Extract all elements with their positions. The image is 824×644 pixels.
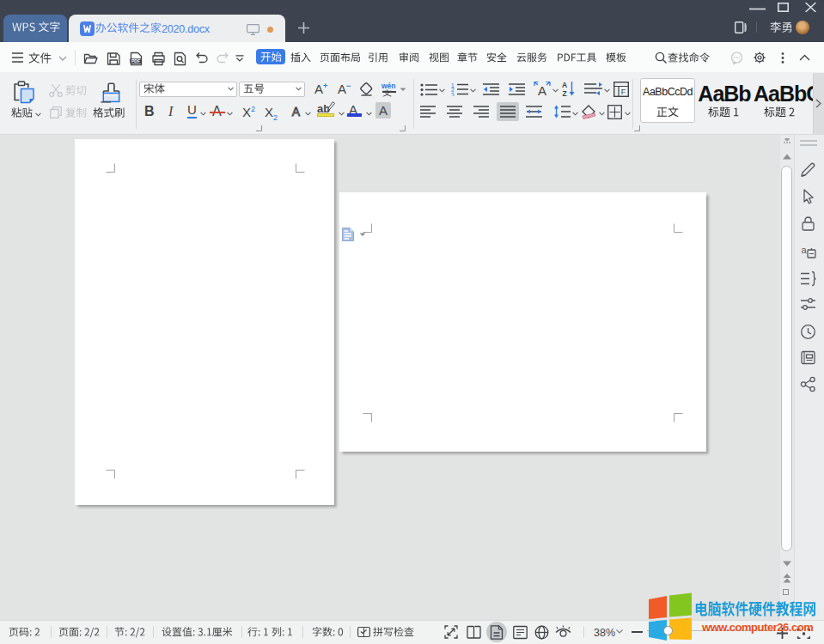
svg-text:3: 3 bbox=[451, 92, 455, 97]
svg-text:A: A bbox=[538, 83, 546, 97]
svg-text:A: A bbox=[292, 105, 301, 118]
svg-text:Z: Z bbox=[562, 89, 566, 97]
svg-text:PDF: PDF bbox=[131, 58, 140, 64]
svg-text:F: F bbox=[621, 88, 626, 96]
svg-text:A: A bbox=[562, 81, 567, 89]
svg-text:a: a bbox=[801, 245, 807, 255]
